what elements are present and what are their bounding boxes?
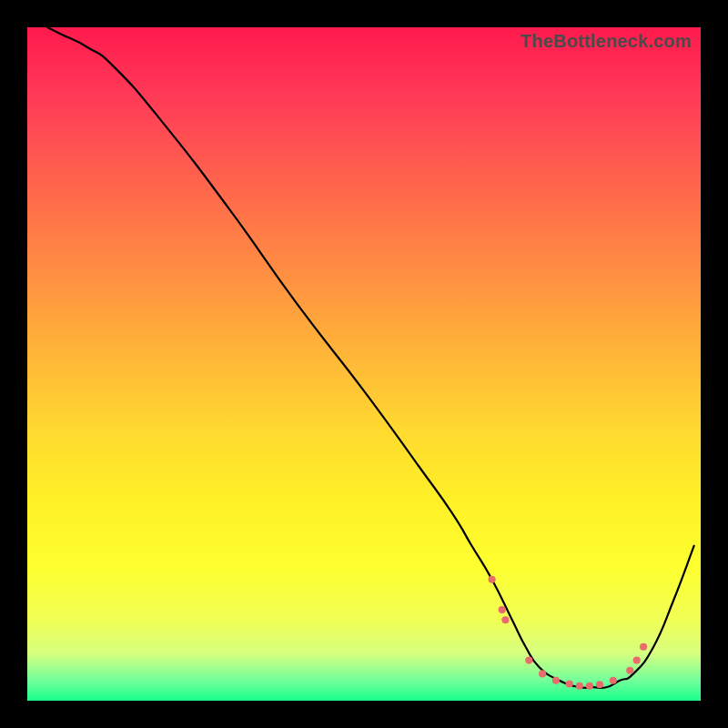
- chart-svg: [27, 27, 701, 701]
- marker-dot: [633, 657, 641, 664]
- highlight-markers: [489, 576, 648, 690]
- marker-dot: [586, 682, 593, 690]
- marker-dot: [552, 677, 560, 684]
- bottleneck-curve: [47, 27, 693, 688]
- marker-dot: [525, 657, 532, 664]
- marker-dot: [539, 670, 546, 677]
- marker-dot: [610, 677, 617, 684]
- marker-dot: [489, 576, 496, 583]
- chart-frame: TheBottleneck.com: [0, 0, 728, 728]
- marker-dot: [626, 667, 633, 674]
- plot-area: TheBottleneck.com: [27, 27, 701, 701]
- marker-dot: [640, 643, 647, 651]
- marker-dot: [596, 681, 603, 688]
- marker-dot: [501, 616, 509, 623]
- marker-dot: [566, 680, 573, 687]
- marker-dot: [499, 606, 506, 613]
- marker-dot: [576, 682, 583, 690]
